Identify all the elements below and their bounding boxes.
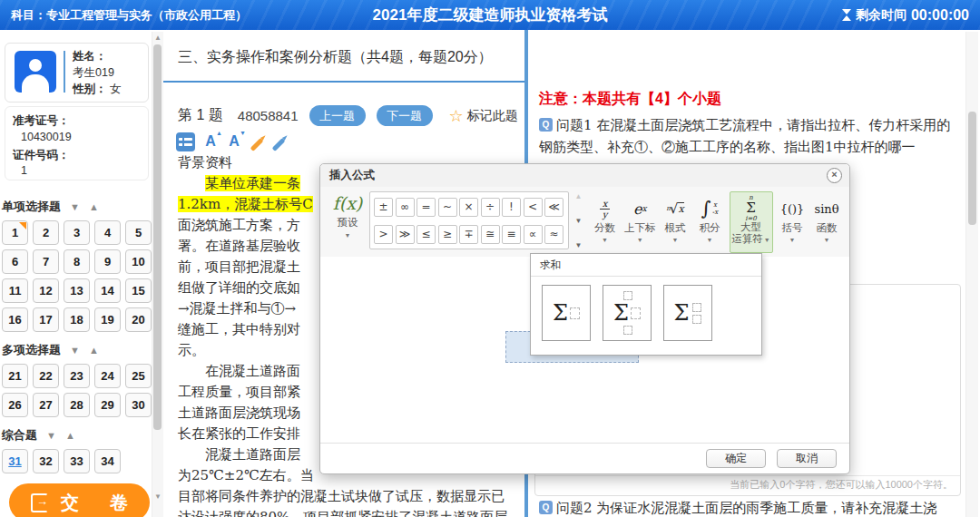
mark-question[interactable]: ☆ 标记此题 [449, 108, 518, 124]
symbol-≅[interactable]: ≅ [481, 225, 500, 244]
question-number-8[interactable]: 8 [64, 249, 90, 274]
font-increase-icon[interactable]: A▲ [202, 133, 219, 150]
symbol-∞[interactable]: ∞ [396, 198, 415, 217]
question-number-16[interactable]: 16 [2, 307, 28, 332]
scroll-up-icon[interactable]: ▲ [152, 34, 163, 42]
timer-label: 剩余时间 [856, 7, 906, 24]
question-number-26[interactable]: 26 [2, 393, 28, 417]
question-number-6[interactable]: 6 [2, 249, 28, 274]
mark-label: 标记此题 [467, 108, 518, 124]
symbol-×[interactable]: × [459, 198, 478, 217]
pen-icon[interactable] [272, 138, 286, 151]
gallery-scroll-down-icon[interactable]: ▼ [575, 217, 583, 226]
question-number-30[interactable]: 30 [125, 393, 152, 417]
symbol-≤[interactable]: ≤ [416, 225, 436, 244]
collapse-icon[interactable]: ▼ [46, 430, 56, 441]
symbol-≫[interactable]: ≫ [396, 225, 415, 244]
sum-option-plain[interactable]: Σ [542, 285, 591, 341]
gallery-scroll-up-icon[interactable]: ▲ [575, 192, 583, 201]
symbol-÷[interactable]: ÷ [481, 198, 500, 217]
symbol-≥[interactable]: ≥ [438, 225, 457, 244]
question-number-13[interactable]: 13 [64, 278, 90, 303]
question-number-11[interactable]: 11 [2, 278, 28, 303]
star-icon[interactable]: ☆ [449, 108, 464, 124]
eq-group-frac[interactable]: xy分数▼ [590, 191, 620, 253]
collapse-icon[interactable]: ▼ [70, 345, 80, 356]
question-number-3[interactable]: 3 [64, 220, 90, 245]
symbol-![interactable]: ! [502, 198, 521, 217]
section-header-0: 单项选择题▼▲ [2, 199, 158, 215]
question-number-23[interactable]: 23 [64, 364, 90, 388]
question-number-1[interactable]: 1 [2, 220, 28, 245]
symbol-<[interactable]: < [524, 198, 543, 217]
eq-group-integral[interactable]: ∫x-x积分▼ [695, 191, 725, 253]
ok-button[interactable]: 确定 [706, 449, 766, 468]
eq-group-nary[interactable]: nΣi=0大型运算符▼ [730, 191, 773, 253]
font-decrease-icon[interactable]: A▼ [226, 133, 242, 150]
symbol-∝[interactable]: ∝ [524, 225, 543, 244]
insert-formula-dialog: 插入公式 × f(x) 预设 ▼ ±∞=~×÷!<≪ >≫≤≥∓≅≡∝≈ ▲ ▼… [319, 163, 850, 474]
symbol-±[interactable]: ± [374, 198, 393, 217]
question-number-33[interactable]: 33 [64, 449, 90, 473]
question-number-25[interactable]: 25 [125, 364, 152, 388]
question-number-27[interactable]: 27 [33, 393, 59, 417]
question-number-7[interactable]: 7 [33, 249, 59, 274]
eq-group-plain[interactable]: {()}括号▼ [778, 191, 808, 253]
question-number-34[interactable]: 34 [94, 449, 121, 473]
question-number-12[interactable]: 12 [33, 278, 59, 303]
scrollbar-thumb[interactable] [153, 44, 162, 430]
eq-glyph-supsub: ex [624, 195, 656, 222]
question-number-21[interactable]: 21 [2, 364, 28, 388]
symbol-∓[interactable]: ∓ [459, 225, 478, 244]
symbol-≡[interactable]: ≡ [502, 225, 521, 244]
question-number-29[interactable]: 29 [94, 393, 121, 417]
question-number-17[interactable]: 17 [33, 307, 59, 332]
equation-editor-area[interactable]: 求和 ΣΣΣ [320, 257, 849, 444]
question-number-9[interactable]: 9 [94, 249, 121, 274]
dialog-titlebar[interactable]: 插入公式 × [320, 164, 849, 188]
question-number-31[interactable]: 31 [2, 449, 28, 473]
insert-formula-icon[interactable] [176, 132, 195, 151]
question-number-10[interactable]: 10 [125, 249, 152, 274]
prev-question-button[interactable]: 上一题 [309, 105, 366, 126]
symbol-≪[interactable]: ≪ [544, 198, 564, 217]
scrollbar-thumb[interactable] [968, 112, 976, 225]
question-number-28[interactable]: 28 [64, 393, 90, 417]
preset-dropdown[interactable]: f(x) 预设 ▼ [329, 192, 366, 239]
question-number-20[interactable]: 20 [125, 307, 152, 332]
eq-group-supsub[interactable]: ex上下标▼ [624, 191, 656, 253]
question-number-18[interactable]: 18 [64, 307, 90, 332]
collapse-icon[interactable]: ▼ [70, 201, 80, 212]
sum-option-sub_sup[interactable]: Σ [663, 285, 712, 341]
question-number-24[interactable]: 24 [94, 364, 121, 388]
sidebar-scrollbar[interactable]: ▲ ▼ [152, 32, 163, 517]
sum-option-above_below[interactable]: Σ [603, 285, 652, 341]
question-number-5[interactable]: 5 [125, 220, 152, 245]
sub-question-1-label: 问题1 [556, 117, 593, 133]
dialog-footer: 确定 取消 [320, 443, 849, 473]
question-number-22[interactable]: 22 [33, 364, 59, 388]
question-number-15[interactable]: 15 [125, 278, 152, 303]
cancel-button[interactable]: 取消 [777, 449, 837, 468]
section-title-label: 单项选择题 [2, 199, 61, 215]
answer-scrollbar[interactable] [965, 32, 978, 517]
next-question-button[interactable]: 下一题 [377, 105, 433, 126]
question-number-32[interactable]: 32 [33, 449, 59, 473]
symbol->[interactable]: > [374, 225, 393, 244]
eq-group-root[interactable]: n√x根式▼ [661, 191, 691, 253]
eq-group-plain[interactable]: sinθ函数▼ [812, 191, 842, 253]
symbol-~[interactable]: ~ [438, 198, 457, 217]
expand-icon[interactable]: ▲ [89, 345, 99, 356]
question-number-4[interactable]: 4 [94, 220, 121, 245]
submit-paper-button[interactable]: → 交卷 [9, 483, 150, 517]
gallery-more-icon[interactable]: ▼ [575, 241, 583, 250]
question-number-2[interactable]: 2 [33, 220, 59, 245]
highlighter-icon[interactable] [250, 138, 264, 151]
symbol-≈[interactable]: ≈ [544, 225, 564, 244]
close-icon[interactable]: × [827, 168, 842, 183]
question-number-19[interactable]: 19 [94, 307, 121, 332]
symbol-=[interactable]: = [416, 198, 436, 217]
expand-icon[interactable]: ▲ [89, 201, 99, 212]
expand-icon[interactable]: ▲ [65, 430, 75, 441]
question-number-14[interactable]: 14 [94, 278, 121, 303]
